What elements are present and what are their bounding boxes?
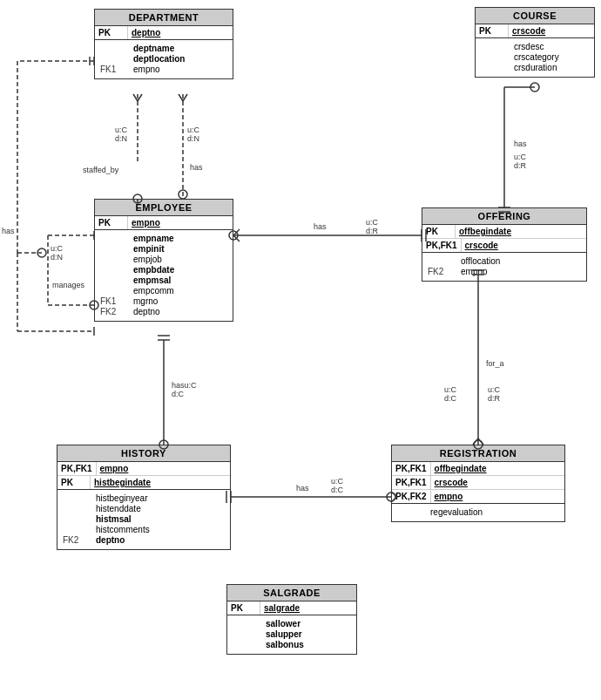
reg-pk3-label: PK,FK2 xyxy=(392,490,431,503)
entity-department-title: DEPARTMENT xyxy=(95,10,233,26)
label-uC-dN-2: u:C xyxy=(187,126,200,134)
label-dC-hist: d:C xyxy=(172,390,185,398)
label-dC-reg: d:C xyxy=(331,486,344,494)
entity-history-title: HISTORY xyxy=(57,445,230,462)
diagram: DEPARTMENT PK deptno deptname deptlocati… xyxy=(0,0,601,700)
course-attrs: crsdesc crscategory crsduration xyxy=(476,38,594,77)
employee-pk-label: PK xyxy=(95,216,128,229)
offering-pk1-field: offbegindate xyxy=(456,225,515,238)
label-dN-1: d:N xyxy=(115,134,127,143)
entity-course: COURSE PK crscode crsdesc crscategory cr… xyxy=(475,7,595,78)
course-pk-label: PK xyxy=(476,24,509,37)
salgrade-pk-label: PK xyxy=(227,601,260,615)
employee-pk-field: empno xyxy=(128,216,164,229)
registration-attrs: regevaluation xyxy=(392,504,564,521)
course-pk-field: crscode xyxy=(509,24,549,37)
history-pk2-field: histbegindate xyxy=(91,476,154,489)
label-uC-dN-1: u:C xyxy=(115,126,128,134)
label-dC-off: d:C xyxy=(444,394,457,403)
department-attrs: deptname deptlocation FK1empno xyxy=(95,40,233,78)
label-manages: manages xyxy=(52,281,85,289)
label-uC-dR-off1: u:C xyxy=(366,218,379,227)
label-has-course-off: has xyxy=(514,139,527,148)
entity-offering-title: OFFERING xyxy=(422,208,586,225)
label-dR-course: d:R xyxy=(514,161,527,170)
reg-pk1-label: PK,FK1 xyxy=(392,462,431,475)
crow-reg-b xyxy=(478,438,483,445)
entity-history: HISTORY PK,FK1 empno PK histbegindate hi… xyxy=(57,445,231,550)
crow2a xyxy=(179,94,183,101)
label-uC-dR-reg: u:C xyxy=(488,385,501,394)
offering-pk1-label: PK xyxy=(422,225,456,238)
reg-pk3-field: empno xyxy=(431,490,467,503)
label-hasu-dC: hasu:C xyxy=(172,381,197,390)
crow1a xyxy=(133,94,138,101)
entity-employee: EMPLOYEE PK empno empname empinit empjob… xyxy=(94,199,233,322)
entity-offering: OFFERING PK offbegindate PK,FK1 crscode … xyxy=(422,207,587,282)
entity-department: DEPARTMENT PK deptno deptname deptlocati… xyxy=(94,9,233,79)
reg-pk2-field: crscode xyxy=(431,476,471,489)
history-attrs: histbeginyear histenddate histmsal histc… xyxy=(57,490,230,549)
history-pk1-label: PK,FK1 xyxy=(57,462,97,475)
label-uC-dC-reg: u:C xyxy=(331,477,344,486)
entity-salgrade: SALGRADE PK salgrade sallower salupper s… xyxy=(226,584,357,655)
entity-course-title: COURSE xyxy=(476,8,594,24)
crow2b xyxy=(183,94,187,101)
offering-pk2-field: crscode xyxy=(462,239,502,252)
salgrade-pk-field: salgrade xyxy=(260,601,303,615)
circle-outer xyxy=(37,248,46,257)
entity-employee-title: EMPLOYEE xyxy=(95,200,233,216)
reg-pk2-label: PK,FK1 xyxy=(392,476,431,489)
label-uC-dR-course: u:C xyxy=(514,153,527,161)
label-dR-reg: d:R xyxy=(488,394,501,403)
crow-reg-a xyxy=(473,438,478,445)
crow-emp-off-a xyxy=(233,229,240,235)
offering-attrs: offlocation FK2empno xyxy=(422,253,586,281)
label-has-dept-emp: has xyxy=(190,163,203,172)
history-pk1-field: empno xyxy=(97,462,132,475)
department-pk-label: PK xyxy=(95,26,128,39)
label-uC-dC-off: u:C xyxy=(444,385,457,394)
salgrade-attrs: sallower salupper salbonus xyxy=(227,615,356,654)
label-has-left: has xyxy=(2,227,15,235)
crow-emp-off-b xyxy=(233,235,240,241)
offering-pk2-label: PK,FK1 xyxy=(422,239,462,252)
entity-registration: REGISTRATION PK,FK1 offbegindate PK,FK1 … xyxy=(391,445,565,522)
department-pk-field: deptno xyxy=(128,26,164,39)
history-pk2-label: PK xyxy=(57,476,91,489)
entity-salgrade-title: SALGRADE xyxy=(227,585,356,601)
label-staffed-by: staffed_by xyxy=(83,166,119,174)
label-has-emp-off: has xyxy=(314,222,327,231)
crow1b xyxy=(138,94,142,101)
circle-has-emp xyxy=(179,190,187,199)
label-for-a: for_a xyxy=(486,359,504,368)
entity-registration-title: REGISTRATION xyxy=(392,445,564,462)
label-dR-off1: d:R xyxy=(366,227,379,235)
reg-pk1-field: offbegindate xyxy=(431,462,490,475)
label-dN-manages: d:N xyxy=(51,253,63,262)
employee-attrs: empname empinit empjob empbdate empmsal … xyxy=(95,230,233,321)
label-has-hist-reg: has xyxy=(296,484,309,493)
label-dN-2: d:N xyxy=(187,134,199,143)
label-uC-dN-manages: u:C xyxy=(51,244,64,253)
circle-course-off xyxy=(530,83,539,92)
